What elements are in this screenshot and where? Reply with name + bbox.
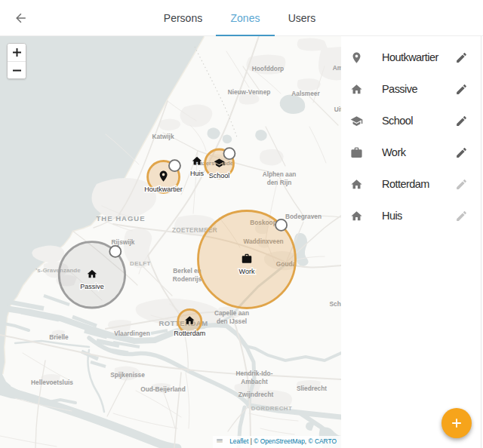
edit-zone-button[interactable] (452, 207, 470, 225)
place-icon (347, 48, 365, 66)
scrollbar-track[interactable] (481, 36, 481, 448)
city-label: Berkel en (173, 267, 201, 275)
osm-link[interactable]: © OpenStreetMap (254, 437, 305, 445)
edit-icon (455, 178, 468, 191)
city-label: Alphen aan (263, 170, 297, 178)
tab-users[interactable]: Users (275, 0, 329, 36)
plus-path (452, 419, 461, 428)
edit-icon (455, 51, 468, 64)
edit-zone-button[interactable] (452, 143, 470, 161)
place-icon-path (352, 52, 360, 63)
map-canvas: HoofddorpNieuw-VennepAalsmeerAmstelveenU… (0, 36, 341, 448)
zone-label: Houtkwartier (382, 51, 452, 63)
city-label: Rijswijk (112, 238, 135, 246)
home-icon-path (351, 84, 361, 94)
zone-marker-label: Passive (80, 283, 104, 290)
zone-list-item-school[interactable]: School (341, 105, 483, 137)
zone-marker-label: Rotterdam (174, 330, 205, 337)
map[interactable]: HoofddorpNieuw-VennepAalsmeerAmstelveenU… (0, 36, 341, 448)
tab-persons[interactable]: Persons (150, 0, 216, 36)
edit-icon-path (457, 148, 466, 158)
zone-resize-handle[interactable] (169, 160, 180, 171)
work-icon-path (351, 147, 361, 157)
urban-area (260, 149, 284, 166)
zoom-in-button[interactable] (8, 44, 26, 61)
zone-label: Rotterdam (382, 178, 452, 190)
city-label: Uithoorn (334, 106, 341, 113)
tab-zones[interactable]: Zones (216, 0, 275, 36)
city-label: Rodenrijs (173, 275, 202, 283)
tab-indicator (150, 35, 216, 36)
city-label: den IJssel (217, 318, 247, 325)
city-label: Oud-Beijerland (140, 385, 185, 393)
city-label: Aalsmeer (291, 90, 320, 97)
back-button[interactable] (12, 9, 30, 27)
home-icon (350, 83, 363, 96)
city-label: Spijkenisse (110, 371, 145, 379)
leaflet-flag-icon (217, 439, 223, 443)
edit-zone-button[interactable] (452, 48, 470, 66)
plus-icon (12, 48, 22, 57)
zones-app: PersonsZonesUsers HoofddorpNieuw-VennepA… (0, 0, 483, 448)
carto-link[interactable]: © CARTO (308, 437, 337, 445)
zoom-control (7, 43, 26, 79)
home-icon (350, 210, 363, 222)
zone-list-item-work[interactable]: Work (341, 137, 483, 168)
edit-icon (455, 83, 468, 96)
city-label: Brielle (49, 333, 69, 341)
zoom-out-button[interactable] (8, 61, 26, 78)
city-label: Zwijndrecht (238, 391, 274, 398)
school-icon (347, 112, 365, 130)
zone-marker-label: School (209, 172, 230, 180)
city-label: Katwijk (152, 133, 174, 140)
edit-icon (455, 210, 468, 222)
home-icon (347, 207, 365, 225)
tab-label: Persons (164, 12, 202, 24)
zone-label: Huis (382, 210, 452, 222)
home-icon-path (351, 180, 361, 189)
work-icon (350, 146, 363, 159)
edit-icon (455, 146, 468, 159)
map-attribution: Leaflet | © OpenStreetMap, © CARTO (213, 436, 341, 448)
zone-list-item-huis[interactable]: Huis (341, 200, 483, 232)
city-label: Schoonhoven (330, 300, 341, 308)
zone-label: Work (382, 146, 452, 158)
active-tab-indicator (216, 35, 275, 36)
home-icon-path (351, 211, 361, 220)
zone-resize-handle[interactable] (275, 219, 287, 231)
tab-bar: PersonsZonesUsers (150, 0, 329, 36)
zone-list-item-rotterdam[interactable]: Rotterdam (341, 168, 483, 200)
edit-zone-button[interactable] (452, 175, 470, 193)
city-label: THE HAGUE (97, 214, 146, 222)
edit-zone-button[interactable] (452, 112, 470, 130)
edit-icon-path (457, 116, 466, 126)
add-zone-fab[interactable] (441, 408, 472, 438)
zone-list-item-houtkwartier[interactable]: Houtkwartier (341, 41, 483, 73)
zone-resize-handle[interactable] (109, 246, 121, 257)
city-label: Hoofddorp (252, 65, 284, 72)
zone-label: Passive (382, 83, 452, 95)
home-icon (347, 175, 365, 193)
tab-label: Users (288, 12, 316, 24)
city-label: Hellevoetsluis (31, 379, 73, 386)
zone-passive: Passive (59, 242, 125, 308)
leaflet-link[interactable]: Leaflet (229, 437, 248, 445)
city-label: Sliedrecht (297, 385, 327, 392)
zone-resize-handle[interactable] (223, 148, 235, 159)
plus-path (13, 48, 21, 57)
zone-marker-label: Huis (190, 170, 205, 177)
flag-bottom-stripe (217, 440, 223, 443)
school-icon (350, 115, 363, 127)
edit-zone-button[interactable] (452, 80, 470, 98)
city-label: Nieuw-Vennep (228, 88, 271, 96)
zone-label: School (382, 115, 452, 127)
city-label: Hendrik-Ido- (236, 370, 273, 377)
work-icon (347, 143, 365, 161)
zone-list-item-passive[interactable]: Passive (341, 73, 483, 105)
zones-sidebar: HoutkwartierPassiveSchoolWorkRotterdamHu… (341, 36, 483, 448)
place-icon (350, 51, 363, 64)
edit-icon-path (457, 180, 466, 189)
edit-icon (455, 115, 468, 127)
home-icon (350, 178, 363, 191)
arrow-back-path (17, 14, 26, 22)
